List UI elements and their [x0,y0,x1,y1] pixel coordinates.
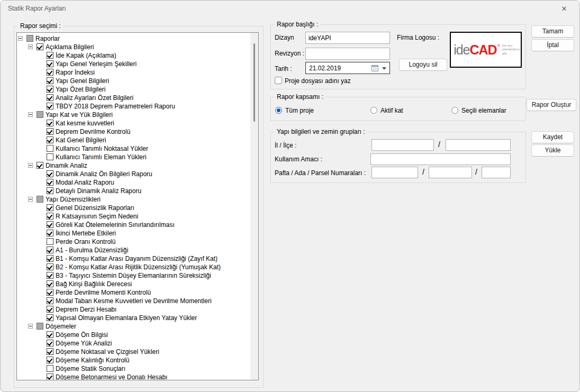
tree-checkbox[interactable] [47,373,53,380]
tree-checkbox[interactable] [47,170,53,177]
tree-item[interactable]: Kat Genel Bilgileri [17,135,250,144]
tree-checkbox[interactable] [47,69,53,76]
collapse-expander-icon[interactable] [18,36,23,41]
tree-item[interactable]: Bağ Kirişi Bağlılık Derecesi [17,279,250,288]
collapse-expander-icon[interactable] [28,197,33,202]
tree-item[interactable]: Döşeme Statik Sonuçları [17,364,250,372]
tree-checkbox[interactable] [47,365,53,372]
tree-checkbox[interactable] [37,43,43,50]
pafta-input[interactable] [371,167,418,178]
tree-item[interactable]: Kat kesme kuvvetleri [17,118,250,127]
tree-item[interactable]: Döşeme Betonarmesi ve Donatı Hesabı [17,372,250,380]
tree-checkbox[interactable] [47,230,53,236]
radio-icon[interactable] [275,107,282,114]
tree-item[interactable]: İde Kapak (Açıklama) [17,51,250,59]
tree-checkbox[interactable] [47,263,53,270]
tree-item[interactable]: Yapı Genel Yerleşim Şekilleri [17,59,250,68]
tree-item[interactable]: Raporlar [17,34,250,42]
collapse-expander-icon[interactable] [28,44,33,49]
tree-item[interactable]: Detaylı Dinamik Analiz Raporu [17,186,250,195]
calendar-icon[interactable] [371,65,378,71]
tree-item[interactable]: Yapısal Olmayan Elemanlara Etkiyen Yatay… [17,313,250,322]
tree-item[interactable]: Genel Düzensizlik Raporları [17,203,250,212]
tree-item[interactable]: B2 - Komşu Katlar Arası Rijitlik Düzensi… [17,262,250,271]
ada-input[interactable] [429,167,472,178]
tree-checkbox[interactable] [47,94,53,101]
logoyu-sil-button[interactable]: Logoyu sil [399,59,447,71]
tree-item[interactable]: Kullanıcı Tanımlı Eleman Yükleri [17,152,250,161]
tree-checkbox[interactable] [47,52,53,59]
scope-option[interactable]: Aktif kat [370,106,403,114]
tree-item[interactable]: Yapı Düzensizlikleri [17,195,250,203]
tree-item[interactable]: R Katsayısının Seçim Nedeni [17,212,250,220]
dizayn-input[interactable] [305,32,390,44]
project-filename-checkbox[interactable] [275,77,282,84]
scope-option[interactable]: Tüm proje [275,106,314,114]
tree-item[interactable]: Deprem Derzi Hesabı [17,305,250,313]
tree-item[interactable]: Yapı Kat ve Yük Bilgileri [17,110,250,118]
tree-checkbox[interactable] [47,145,53,152]
tree-checkbox[interactable] [47,153,53,160]
collapse-expander-icon[interactable] [28,163,33,168]
tree-checkbox[interactable] [47,340,53,347]
tree-checkbox[interactable] [47,238,53,245]
report-tree[interactable]: RaporlarAçıklama Bilgileriİde Kapak (Açı… [16,32,259,380]
tree-item[interactable]: Göreli Kat Ötelemelerinin Sınırlandırılm… [17,220,250,229]
tree-checkbox[interactable] [47,255,53,262]
ilce-input[interactable] [446,139,511,151]
tree-item[interactable]: Modal Analiz Raporu [17,178,250,186]
tree-item[interactable]: İkinci Mertebe Etkileri [17,229,250,237]
revizyon-input[interactable] [305,48,390,60]
tree-checkbox[interactable] [47,77,53,84]
chevron-down-icon[interactable] [382,67,386,70]
tree-item[interactable]: B1 - Komşu Katlar Arası Dayanım Düzensiz… [17,254,250,262]
scope-option[interactable]: Seçili elemanlar [451,106,506,114]
tree-item[interactable]: Döşemeler [17,322,250,330]
tree-checkbox[interactable] [47,213,53,220]
tree-checkbox[interactable] [37,162,43,169]
tree-item[interactable]: B3 - Taşıyıcı Sistemin Düşey Elemanların… [17,271,250,279]
tree-item[interactable]: Yapı Genel Bilgileri [17,76,250,85]
rapor-olustur-button[interactable]: Rapor Oluştur [527,99,576,111]
tamam-button[interactable]: Tamam [531,25,574,38]
tree-checkbox[interactable] [47,272,53,279]
tree-checkbox[interactable] [47,204,53,211]
tree-item[interactable]: Deprem Devrilme Kontrolü [17,127,250,135]
tree-checkbox[interactable] [26,35,33,42]
tree-checkbox[interactable] [47,306,53,313]
radio-icon[interactable] [370,107,377,114]
tree-item[interactable]: Rapor İndeksi [17,68,250,76]
tree-item[interactable]: Yapı Özet Bilgileri [17,85,250,93]
kaydet-button[interactable]: Kaydet [531,131,574,143]
tree-item[interactable]: Açıklama Bilgileri [17,42,250,51]
tree-item[interactable]: Döşeme Noktasal ve Çizgisel Yükleri [17,347,250,355]
tree-checkbox[interactable] [37,323,43,330]
close-icon[interactable]: ✕ [555,3,573,15]
kullanim-amaci-input[interactable] [370,153,511,165]
il-input[interactable] [371,139,434,151]
tree-item[interactable]: TBDY 2018 Deprem Parametreleri Raporu [17,102,250,110]
collapse-expander-icon[interactable] [28,324,33,329]
yukle-button[interactable]: Yükle [531,144,574,157]
tree-item[interactable]: A1 - Burulma Düzensizliği [17,245,250,254]
tree-checkbox[interactable] [47,221,53,228]
tree-checkbox[interactable] [47,128,53,135]
tree-scrollbar[interactable] [250,33,258,380]
tree-checkbox[interactable] [47,187,53,194]
tree-scrollbar-thumb[interactable] [253,43,255,122]
tree-checkbox[interactable] [37,196,43,203]
tree-item[interactable]: Döşeme Yük Analizi [17,339,250,347]
tree-checkbox[interactable] [47,280,53,287]
tarih-date-field[interactable]: 21.02.2019 [305,62,390,74]
tree-item[interactable]: Modal Taban Kesme Kuvvetleri ve Devrilme… [17,296,250,305]
tree-checkbox[interactable] [47,348,53,355]
tree-checkbox[interactable] [47,103,53,110]
tree-checkbox[interactable] [47,60,53,67]
tree-checkbox[interactable] [47,86,53,93]
tree-checkbox[interactable] [47,120,53,126]
tree-item[interactable]: Dinamik Analiz Ön Bilgileri Raporu [17,169,250,178]
tree-checkbox[interactable] [47,289,53,296]
tree-item[interactable]: Döşeme Kalınlığı Kontrolü [17,355,250,364]
tree-item[interactable]: Dinamik Analiz [17,161,250,169]
tree-item[interactable]: Döşeme Ön Bilgisi [17,330,250,339]
